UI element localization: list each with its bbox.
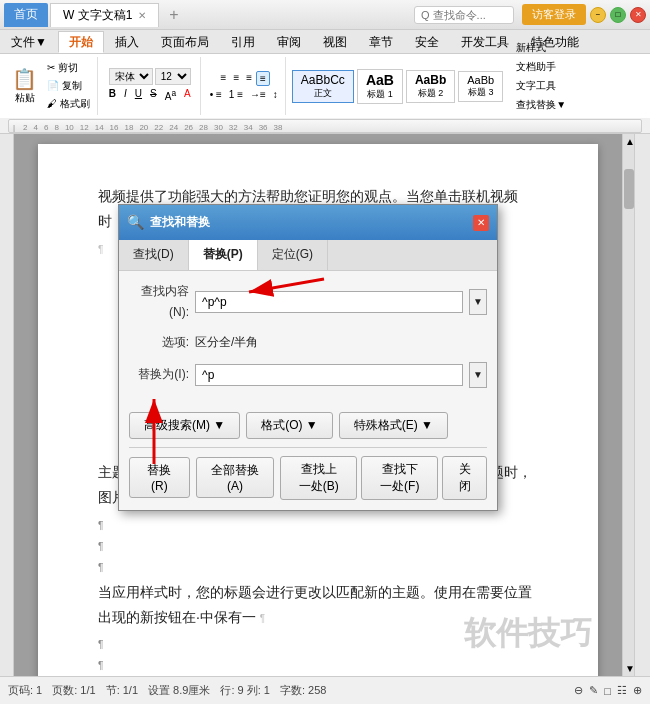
find-replace-button[interactable]: 查找替换▼ bbox=[513, 97, 569, 113]
text-tools-button[interactable]: 文字工具 bbox=[513, 78, 569, 94]
style-heading3[interactable]: AaBb 标题 3 bbox=[458, 71, 503, 102]
cut-button[interactable]: ✂ 剪切 bbox=[44, 60, 93, 76]
advanced-search-button[interactable]: 高级搜索(M) ▼ bbox=[129, 412, 240, 439]
title-search-input[interactable] bbox=[414, 6, 514, 24]
ribbon-tab-security[interactable]: 安全 bbox=[404, 31, 450, 53]
italic-button[interactable]: I bbox=[121, 87, 130, 103]
style-heading1[interactable]: AaB 标题 1 bbox=[357, 69, 403, 104]
status-icon-5[interactable]: ⊕ bbox=[633, 684, 642, 697]
empty-para-3: ¶ bbox=[98, 559, 538, 577]
copy-button[interactable]: 📄 复制 bbox=[44, 78, 93, 94]
justify-button[interactable]: ≡ bbox=[256, 71, 270, 86]
title-bar: 首页 W 文字文稿1 ✕ + 访客登录 − □ ✕ bbox=[0, 0, 650, 30]
align-right-button[interactable]: ≡ bbox=[243, 71, 255, 86]
replace-dropdown-button[interactable]: ▼ bbox=[469, 362, 487, 388]
status-bar: 页码: 1 页数: 1/1 节: 1/1 设置 8.9厘米 行: 9 列: 1 … bbox=[0, 676, 650, 704]
strikethrough-button[interactable]: S bbox=[147, 87, 160, 103]
scrollbar-vertical[interactable]: ▲ ▼ bbox=[622, 134, 634, 676]
status-icon-1[interactable]: ⊖ bbox=[574, 684, 583, 697]
doc-helper-button[interactable]: 文档助手 bbox=[513, 59, 569, 75]
ribbon-tab-chapter[interactable]: 章节 bbox=[358, 31, 404, 53]
ribbon-tab-insert[interactable]: 插入 bbox=[104, 31, 150, 53]
dialog-tabs: 查找(D) 替换(P) 定位(G) bbox=[119, 240, 497, 271]
line-spacing-button[interactable]: ↕ bbox=[270, 88, 281, 101]
find-label: 查找内容(N): bbox=[129, 281, 189, 324]
dialog-title-icon: 🔍 bbox=[127, 210, 144, 235]
font-color-button[interactable]: A bbox=[181, 87, 194, 103]
number-list-button[interactable]: 1 ≡ bbox=[226, 88, 246, 101]
home-tab[interactable]: 首页 bbox=[4, 3, 48, 27]
dialog-tab-replace[interactable]: 替换(P) bbox=[189, 240, 258, 270]
find-dropdown-button[interactable]: ▼ bbox=[469, 289, 487, 315]
ribbon-tab-file[interactable]: 文件▼ bbox=[0, 31, 58, 53]
replace-all-button[interactable]: 全部替换(A) bbox=[196, 457, 274, 498]
paste-icon: 📋 bbox=[12, 67, 37, 91]
indent-button[interactable]: →≡ bbox=[247, 88, 269, 101]
ribbon-group-clipboard: 📋 粘贴 ✂ 剪切 📄 复制 🖌 格式刷 bbox=[4, 57, 98, 115]
format-paint-button[interactable]: 🖌 格式刷 bbox=[44, 96, 93, 112]
dialog-tab-goto[interactable]: 定位(G) bbox=[258, 240, 328, 270]
ruler-horizontal: | 2 4 6 8 10 12 14 16 18 20 22 24 26 28 … bbox=[0, 118, 650, 134]
bullet-list-button[interactable]: • ≡ bbox=[207, 88, 225, 101]
scroll-thumb[interactable] bbox=[624, 169, 634, 209]
close-button[interactable]: ✕ bbox=[630, 7, 646, 23]
empty-para-1: ¶ bbox=[98, 517, 538, 535]
ribbon-tab-review[interactable]: 审阅 bbox=[266, 31, 312, 53]
ribbon-tab-refs[interactable]: 引用 bbox=[220, 31, 266, 53]
replace-input[interactable] bbox=[195, 364, 463, 386]
find-prev-button[interactable]: 查找上一处(B) bbox=[280, 456, 357, 500]
scroll-down-button[interactable]: ▼ bbox=[623, 661, 634, 676]
add-tab-button[interactable]: + bbox=[163, 6, 184, 24]
options-row: 选项: 区分全/半角 bbox=[129, 332, 487, 354]
replace-row: 替换为(I): ▼ bbox=[129, 362, 487, 388]
status-icon-3[interactable]: □ bbox=[604, 685, 611, 697]
align-left-button[interactable]: ≡ bbox=[218, 71, 230, 86]
login-button[interactable]: 访客登录 bbox=[522, 4, 586, 25]
ribbon-tab-layout[interactable]: 页面布局 bbox=[150, 31, 220, 53]
special-format-button[interactable]: 特殊格式(E) ▼ bbox=[339, 412, 448, 439]
status-words: 字数: 258 bbox=[280, 683, 326, 698]
status-icon-4[interactable]: ☷ bbox=[617, 684, 627, 697]
dialog-titlebar: 🔍 查找和替换 ✕ bbox=[119, 205, 497, 240]
ribbon-group-font: 宋体 12 B I U S Aa A bbox=[100, 57, 201, 115]
sidebar-right bbox=[634, 134, 650, 676]
font-family-select[interactable]: 宋体 bbox=[109, 68, 153, 85]
style-normal[interactable]: AaBbCc 正文 bbox=[292, 70, 354, 103]
replace-label: 替换为(I): bbox=[129, 364, 189, 386]
find-next-button[interactable]: 查找下一处(F) bbox=[361, 456, 438, 500]
find-input[interactable] bbox=[195, 291, 463, 313]
dialog-close-button[interactable]: ✕ bbox=[473, 215, 489, 231]
document-area: 视频提供了功能强大的方法帮助您证明您的观点。当您单击联机视频时，可以在想要添加的… bbox=[0, 134, 650, 676]
document-main[interactable]: 视频提供了功能强大的方法帮助您证明您的观点。当您单击联机视频时，可以在想要添加的… bbox=[14, 134, 622, 676]
status-page: 页码: 1 bbox=[8, 683, 42, 698]
superscript-button[interactable]: Aa bbox=[162, 87, 179, 103]
dialog-tab-find[interactable]: 查找(D) bbox=[119, 240, 189, 270]
close-dialog-button[interactable]: 关闭 bbox=[442, 456, 487, 500]
paragraph-3: 当应用样式时，您的标题会进行更改以匹配新的主题。使用在需要位置出现的新按钮在·中… bbox=[98, 580, 538, 630]
replace-button[interactable]: 替换(R) bbox=[129, 457, 190, 498]
bold-button[interactable]: B bbox=[106, 87, 119, 103]
dialog-title: 查找和替换 bbox=[150, 212, 210, 234]
status-icon-2[interactable]: ✎ bbox=[589, 684, 598, 697]
navigation-buttons: 查找上一处(B) 查找下一处(F) 关闭 bbox=[280, 456, 487, 500]
font-size-select[interactable]: 12 bbox=[155, 68, 191, 85]
align-center-button[interactable]: ≡ bbox=[230, 71, 242, 86]
status-total-pages: 页数: 1/1 bbox=[52, 683, 95, 698]
maximize-button[interactable]: □ bbox=[610, 7, 626, 23]
style-heading2[interactable]: AaBb 标题 2 bbox=[406, 70, 455, 103]
new-style-button[interactable]: 新样式 bbox=[513, 40, 569, 56]
ribbon-tab-home[interactable]: 开始 bbox=[58, 31, 104, 53]
ribbon-tab-view[interactable]: 视图 bbox=[312, 31, 358, 53]
scroll-up-button[interactable]: ▲ bbox=[623, 134, 634, 149]
paste-button[interactable]: 📋 粘贴 bbox=[8, 65, 41, 107]
underline-button[interactable]: U bbox=[132, 87, 145, 103]
tab-close-icon[interactable]: ✕ bbox=[138, 10, 146, 21]
format-button[interactable]: 格式(O) ▼ bbox=[246, 412, 333, 439]
dialog-body: 查找内容(N): ▼ 选项: 区分全/半角 替换为(I): ▼ bbox=[119, 271, 497, 510]
styles-panel: AaBbCc 正文 AaB 标题 1 AaBb 标题 2 AaBb 标题 3 bbox=[288, 69, 507, 104]
ribbon-tab-dev[interactable]: 开发工具 bbox=[450, 31, 520, 53]
document-tab[interactable]: W 文字文稿1 ✕ bbox=[50, 3, 159, 27]
find-row: 查找内容(N): ▼ bbox=[129, 281, 487, 324]
minimize-button[interactable]: − bbox=[590, 7, 606, 23]
empty-para-4: ¶ bbox=[98, 636, 538, 654]
